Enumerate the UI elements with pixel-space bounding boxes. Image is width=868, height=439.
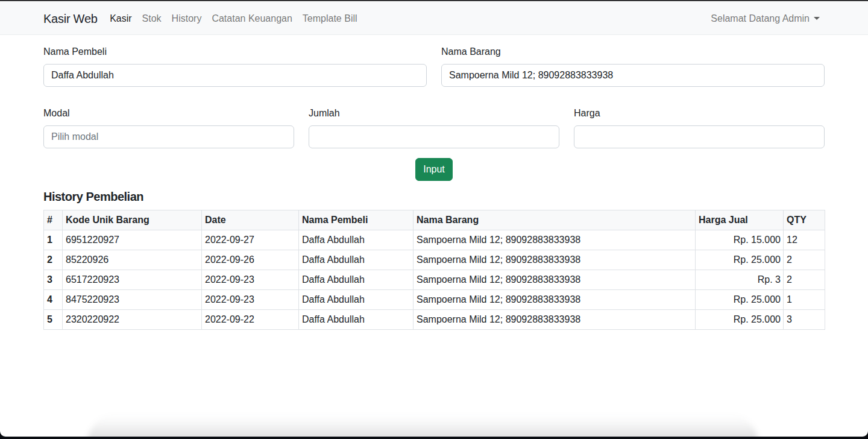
table-row: 5 2320220922 2022-09-22 Daffa Abdullah S… [44, 310, 825, 330]
cell-kode: 6517220923 [63, 270, 202, 290]
modal-label: Modal [43, 106, 294, 121]
col-header-date: Date [202, 210, 299, 230]
cell-date: 2022-09-27 [202, 230, 299, 250]
table-row: 4 8475220923 2022-09-23 Daffa Abdullah S… [44, 290, 825, 310]
nav-item-catatan-keuangan[interactable]: Catatan Keuangan [207, 7, 297, 31]
row-index: 1 [44, 230, 63, 250]
cell-harga-jual: Rp. 25.000 [696, 290, 784, 310]
cell-nama-pembeli: Daffa Abdullah [299, 290, 414, 310]
cell-nama-barang: Sampoerna Mild 12; 89092883833938 [414, 310, 696, 330]
nav-item-kasir[interactable]: Kasir [105, 7, 137, 31]
harga-input[interactable] [574, 125, 825, 148]
brand-link[interactable]: Kasir Web [43, 10, 98, 28]
cell-qty: 1 [784, 290, 825, 310]
col-header-harga-jual: Harga Jual [696, 210, 784, 230]
nama-pembeli-label: Nama Pembeli [43, 45, 427, 59]
cell-date: 2022-09-22 [202, 310, 299, 330]
cell-nama-barang: Sampoerna Mild 12; 89092883833938 [414, 230, 696, 250]
nama-barang-input[interactable] [441, 64, 825, 87]
form-row-1: Nama Pembeli Nama Barang [43, 45, 825, 87]
chevron-down-icon [814, 17, 820, 20]
user-dropdown-label: Selamat Datang Admin [711, 11, 810, 26]
table-header-row: # Kode Unik Barang Date Nama Pembeli Nam… [44, 210, 825, 230]
cell-qty: 3 [784, 310, 825, 330]
cell-date: 2022-09-26 [202, 250, 299, 270]
col-header-qty: QTY [784, 210, 825, 230]
nav-right: Selamat Datang Admin [706, 7, 825, 31]
row-index: 2 [44, 250, 63, 270]
cell-harga-jual: Rp. 15.000 [696, 230, 784, 250]
cell-kode: 6951220927 [63, 230, 202, 250]
col-header-nama-pembeli: Nama Pembeli [299, 210, 414, 230]
nav-item-history[interactable]: History [166, 7, 207, 31]
input-submit-button[interactable]: Input [415, 158, 453, 181]
history-table: # Kode Unik Barang Date Nama Pembeli Nam… [43, 210, 825, 330]
col-header-kode: Kode Unik Barang [63, 210, 202, 230]
table-row: 3 6517220923 2022-09-23 Daffa Abdullah S… [44, 270, 825, 290]
row-index: 4 [44, 290, 63, 310]
cell-harga-jual: Rp. 3 [696, 270, 784, 290]
jumlah-label: Jumlah [309, 106, 559, 121]
row-index: 3 [44, 270, 63, 290]
nav-item-stok[interactable]: Stok [137, 7, 166, 31]
cell-harga-jual: Rp. 25.000 [696, 250, 784, 270]
cell-qty: 2 [784, 270, 825, 290]
main-content: Nama Pembeli Nama Barang Modal Jumlah Ha… [43, 35, 825, 330]
cell-qty: 2 [784, 250, 825, 270]
nav-item-template-bill[interactable]: Template Bill [297, 7, 362, 31]
navbar: Kasir Web Kasir Stok History Catatan Keu… [0, 2, 868, 35]
nama-pembeli-input[interactable] [43, 64, 427, 87]
cell-nama-pembeli: Daffa Abdullah [299, 310, 414, 330]
history-title: History Pembelian [43, 189, 825, 204]
cell-nama-barang: Sampoerna Mild 12; 89092883833938 [414, 290, 696, 310]
cell-kode: 2320220922 [63, 310, 202, 330]
table-row: 1 6951220927 2022-09-27 Daffa Abdullah S… [44, 230, 825, 250]
cell-nama-barang: Sampoerna Mild 12; 89092883833938 [414, 270, 696, 290]
col-header-index: # [44, 210, 63, 230]
cell-nama-barang: Sampoerna Mild 12; 89092883833938 [414, 250, 696, 270]
cell-harga-jual: Rp. 25.000 [696, 310, 784, 330]
cell-nama-pembeli: Daffa Abdullah [299, 270, 414, 290]
cell-nama-pembeli: Daffa Abdullah [299, 250, 414, 270]
cell-qty: 12 [784, 230, 825, 250]
col-header-nama-barang: Nama Barang [414, 210, 696, 230]
cell-date: 2022-09-23 [202, 290, 299, 310]
nav-links: Kasir Stok History Catatan Keuangan Temp… [105, 7, 362, 31]
cell-kode: 85220926 [63, 250, 202, 270]
button-row: Input [43, 158, 825, 181]
bottom-window-shadow [87, 414, 758, 437]
cell-kode: 8475220923 [63, 290, 202, 310]
harga-label: Harga [574, 106, 825, 121]
table-row: 2 85220926 2022-09-26 Daffa Abdullah Sam… [44, 250, 825, 270]
form-row-2: Modal Jumlah Harga [43, 106, 825, 148]
modal-input[interactable] [43, 125, 294, 148]
nama-barang-label: Nama Barang [441, 45, 825, 59]
row-index: 5 [44, 310, 63, 330]
user-dropdown[interactable]: Selamat Datang Admin [706, 7, 825, 31]
cell-date: 2022-09-23 [202, 270, 299, 290]
browser-window: Kasir Web Kasir Stok History Catatan Keu… [0, 0, 868, 437]
cell-nama-pembeli: Daffa Abdullah [299, 230, 414, 250]
jumlah-input[interactable] [309, 125, 559, 148]
